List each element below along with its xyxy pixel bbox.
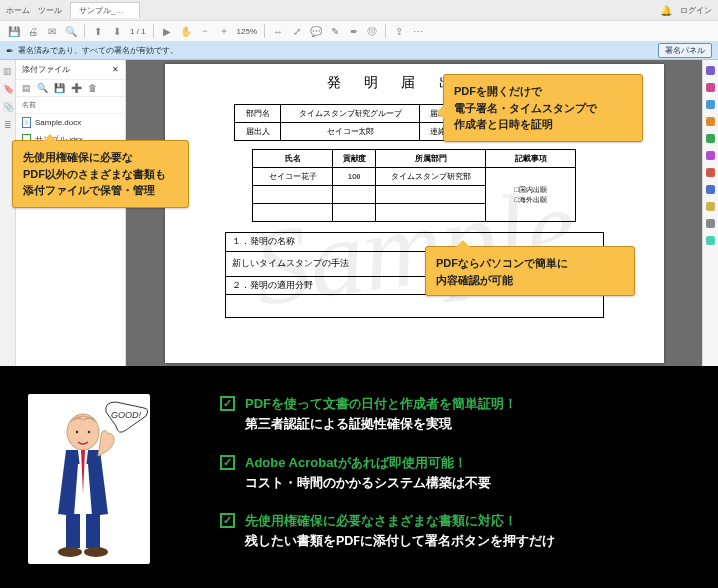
pen-icon: ✒ xyxy=(6,46,14,56)
zoom-in-icon[interactable]: ＋ xyxy=(218,25,230,37)
cell: セイコー太郎 xyxy=(281,123,420,141)
hand-icon[interactable]: ✋ xyxy=(180,25,192,37)
panel-add-icon[interactable]: 🔍 xyxy=(37,83,48,93)
panel-del-icon[interactable]: 🗑 xyxy=(88,83,97,93)
highlight-icon[interactable]: ✎ xyxy=(329,25,341,37)
attachments-panel: 添付ファイル ✕ ▤ 🔍 💾 ➕ 🗑 名前 Sample.docx サンプル.x… xyxy=(16,60,126,366)
svg-point-6 xyxy=(84,547,108,557)
cell: 氏名 xyxy=(253,150,333,168)
panel-close-icon[interactable]: ✕ xyxy=(112,65,119,74)
callout-signature: PDFを開くだけで 電子署名・タイムスタンプで 作成者と日時を証明 xyxy=(443,74,643,142)
panel-menu-icon[interactable]: ▤ xyxy=(22,83,31,93)
acrobat-window: ホーム ツール サンプル_発明届出... 🔔 ログイン 💾 🖨 ✉ 🔍 ⬆ ⬇ … xyxy=(0,0,718,366)
tool-icon[interactable] xyxy=(706,83,715,92)
tool-icon[interactable] xyxy=(706,117,715,126)
section-body xyxy=(225,294,604,318)
signature-panel-button[interactable]: 署名パネル xyxy=(658,43,712,58)
left-rail: ▥ 🔖 📎 ≣ xyxy=(0,60,16,366)
print-icon[interactable]: 🖨 xyxy=(27,25,39,37)
zoom-out-icon[interactable]: － xyxy=(199,25,211,37)
thumbnails-icon[interactable]: ▥ xyxy=(3,66,13,76)
tool-icon[interactable] xyxy=(706,66,715,75)
panel-save-icon[interactable]: 💾 xyxy=(54,83,65,93)
cell xyxy=(253,186,333,204)
callout-easy-view: PDFならパソコンで簡単に 内容確認が可能 xyxy=(425,246,635,296)
check-label: 海外出願 xyxy=(519,196,547,203)
cell xyxy=(253,204,333,222)
share-icon[interactable]: ⇪ xyxy=(393,25,405,37)
cell: セイコー花子 xyxy=(253,168,333,186)
main-toolbar: 💾 🖨 ✉ 🔍 ⬆ ⬇ 1 / 1 ▶ ✋ － ＋ 125% ↔ ⤢ 💬 ✎ ✒… xyxy=(0,20,718,42)
svg-rect-3 xyxy=(66,514,80,548)
zoom-level[interactable]: 125% xyxy=(237,27,257,36)
tab-document[interactable]: サンプル_発明届出... xyxy=(70,2,140,18)
callout-attachments: 先使用権確保に必要な PDF以外のさまざまな書類も 添付ファイルで保管・管理 xyxy=(12,140,189,208)
benefit-item: ✓ PDFを使って文書の日付と作成者を簡単証明！第三者認証による証拠性確保を実現 xyxy=(220,394,690,435)
signature-banner: ✒ 署名済みであり、すべての署名が有効です。 署名パネル xyxy=(0,42,718,60)
check-icon: ✓ xyxy=(220,455,235,470)
cell: 所属部門 xyxy=(376,150,486,168)
login-link[interactable]: ログイン xyxy=(680,5,712,16)
benefits-list: ✓ PDFを使って文書の日付と作成者を簡単証明！第三者認証による証拠性確保を実現… xyxy=(220,394,690,552)
cell: タイムスタンプ研究部 xyxy=(376,168,486,186)
tool-icon[interactable] xyxy=(706,151,715,160)
panel-column-name: 名前 xyxy=(16,97,125,114)
pointer-icon[interactable]: ▶ xyxy=(161,25,173,37)
more-icon[interactable]: ⋯ xyxy=(412,25,424,37)
bookmarks-icon[interactable]: 🔖 xyxy=(3,84,13,94)
cell: 100 xyxy=(333,168,376,186)
tool-icon[interactable] xyxy=(706,202,715,211)
fitpage-icon[interactable]: ⤢ xyxy=(291,25,303,37)
check-icon: ✓ xyxy=(220,513,235,528)
page-down-icon[interactable]: ⬇ xyxy=(111,25,123,37)
benefit-item: ✓ 先使用権確保に必要なさまざまな書類に対応！残したい書類をPDFに添付して署名… xyxy=(220,511,690,552)
cell: 届出人 xyxy=(235,123,281,141)
cell: 記載事項 xyxy=(486,150,576,168)
panel-title: 添付ファイル xyxy=(22,64,70,75)
fitwidth-icon[interactable]: ↔ xyxy=(272,25,284,37)
check-label: 国内出願 xyxy=(519,186,547,193)
tool-icon[interactable] xyxy=(706,185,715,194)
tool-icon[interactable] xyxy=(706,100,715,109)
tool-icon[interactable] xyxy=(706,219,715,228)
search-icon[interactable]: 🔍 xyxy=(65,25,77,37)
tool-icon[interactable] xyxy=(706,168,715,177)
svg-point-1 xyxy=(76,431,79,434)
tool-icon[interactable] xyxy=(706,134,715,143)
panel-new-icon[interactable]: ➕ xyxy=(71,83,82,93)
inventor-table: 氏名 貢献度 所属部門 記載事項 セイコー花子 100 タイムスタンプ研究部 □… xyxy=(252,149,576,222)
mascot-illustration: GOOD! xyxy=(28,394,150,564)
check-icon: ✓ xyxy=(220,396,235,411)
tab-bar: ホーム ツール サンプル_発明届出... 🔔 ログイン xyxy=(0,0,718,20)
svg-point-2 xyxy=(88,431,91,434)
svg-point-5 xyxy=(58,547,82,557)
mail-icon[interactable]: ✉ xyxy=(46,25,58,37)
page-field[interactable]: 1 / 1 xyxy=(130,27,146,36)
attachment-item[interactable]: Sample.docx xyxy=(16,114,125,131)
speech-text: GOOD! xyxy=(111,410,142,420)
tool-icon[interactable] xyxy=(706,236,715,245)
cell: 部門名 xyxy=(235,105,281,123)
cell xyxy=(376,186,486,204)
attachments-icon[interactable]: 📎 xyxy=(3,102,13,112)
layers-icon[interactable]: ≣ xyxy=(3,120,13,130)
tab-home[interactable]: ホーム xyxy=(6,5,30,16)
page-up-icon[interactable]: ⬆ xyxy=(92,25,104,37)
save-icon[interactable]: 💾 xyxy=(8,25,20,37)
right-rail xyxy=(702,60,718,366)
cell: タイムスタンプ研究グループ xyxy=(281,105,420,123)
stamp-icon[interactable]: ㊞ xyxy=(366,25,378,37)
sign-icon[interactable]: ✒ xyxy=(348,25,359,37)
attachment-name: Sample.docx xyxy=(35,118,81,127)
cell xyxy=(333,204,376,222)
svg-rect-4 xyxy=(86,514,100,548)
cell xyxy=(333,186,376,204)
tab-tools[interactable]: ツール xyxy=(38,5,62,16)
signature-message: 署名済みであり、すべての署名が有効です。 xyxy=(18,45,178,56)
benefit-item: ✓ Adobe Acrobatがあれば即使用可能！コスト・時間のかかるシステム構… xyxy=(220,453,690,494)
comment-icon[interactable]: 💬 xyxy=(310,25,322,37)
cell: 貢献度 xyxy=(333,150,376,168)
docx-icon xyxy=(22,117,31,128)
bell-icon[interactable]: 🔔 xyxy=(660,5,672,16)
cell: □国内出願 □海外出願 xyxy=(486,168,576,222)
